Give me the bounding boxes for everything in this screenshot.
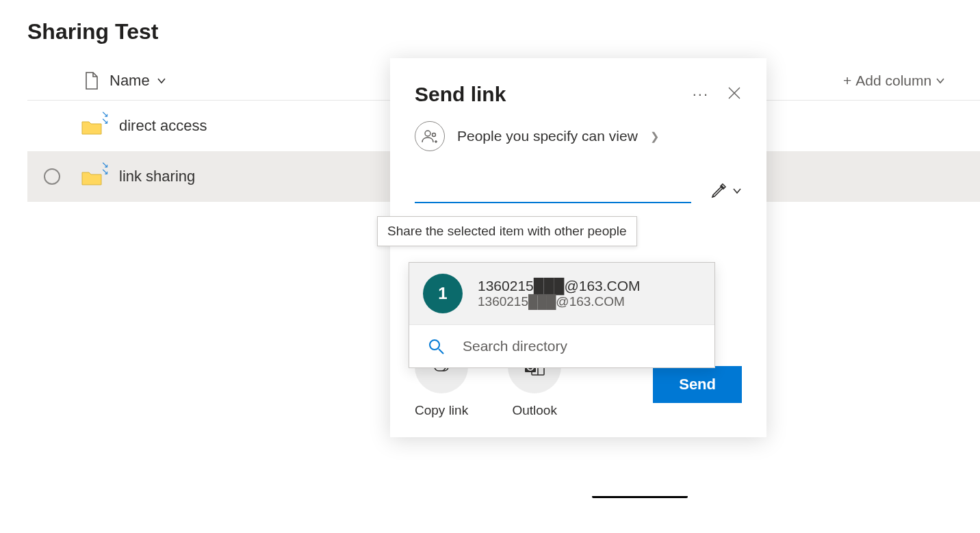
suggestion-item[interactable]: 1 1360215███@163.COM 1360215███@163.COM — [409, 263, 714, 324]
people-icon — [415, 121, 445, 151]
recipient-input[interactable] — [415, 179, 691, 203]
add-column-label: Add column — [855, 73, 931, 89]
svg-line-2 — [713, 185, 724, 196]
folder-icon: ↘↘ — [75, 168, 108, 185]
folder-icon: ↘↘ — [75, 118, 108, 134]
people-suggestions: 1 1360215███@163.COM 1360215███@163.COM … — [409, 262, 715, 368]
search-icon — [427, 337, 445, 355]
send-button[interactable]: Send — [653, 366, 742, 403]
close-button[interactable] — [727, 86, 742, 103]
link-settings-label: People you specify can view — [457, 128, 638, 144]
item-name: direct access — [109, 117, 207, 135]
dialog-title: Send link — [415, 83, 506, 106]
suggestion-email: 1360215███@163.COM — [478, 278, 641, 294]
chevron-down-icon — [732, 186, 742, 196]
suggestion-email-secondary: 1360215███@163.COM — [478, 294, 641, 309]
svg-line-10 — [439, 349, 443, 354]
avatar: 1 — [423, 274, 463, 313]
add-column-button[interactable]: + Add column — [843, 73, 980, 89]
svg-point-1 — [433, 133, 436, 137]
outlook-label: Outlook — [512, 403, 556, 418]
svg-point-9 — [430, 340, 439, 350]
annotation-underline — [592, 495, 688, 498]
close-icon — [727, 86, 742, 101]
shortcut-badge-icon: ↘↘ — [101, 161, 109, 175]
row-select[interactable] — [27, 118, 75, 134]
plus-icon: + — [843, 73, 851, 89]
pencil-icon — [710, 183, 727, 199]
share-tooltip: Share the selected item with other peopl… — [377, 216, 637, 246]
shortcut-badge-icon: ↘↘ — [101, 111, 109, 125]
row-select[interactable] — [27, 168, 75, 185]
item-name: link sharing — [109, 168, 195, 185]
link-settings-button[interactable]: People you specify can view ❯ — [415, 121, 742, 151]
more-icon[interactable]: ··· — [693, 86, 709, 103]
permission-dropdown[interactable] — [710, 183, 742, 199]
page-title: Sharing Test — [0, 0, 980, 61]
search-directory-button[interactable]: Search directory — [409, 324, 714, 367]
svg-point-0 — [425, 131, 430, 136]
column-name-label: Name — [109, 72, 150, 90]
search-directory-label: Search directory — [463, 338, 567, 354]
chevron-down-icon — [936, 76, 945, 86]
type-icon-header — [75, 71, 108, 90]
send-link-dialog: Send link ··· People you specify can vie… — [390, 58, 766, 437]
chevron-right-icon: ❯ — [650, 130, 659, 143]
chevron-down-icon — [157, 76, 166, 86]
copy-link-label: Copy link — [415, 403, 468, 418]
